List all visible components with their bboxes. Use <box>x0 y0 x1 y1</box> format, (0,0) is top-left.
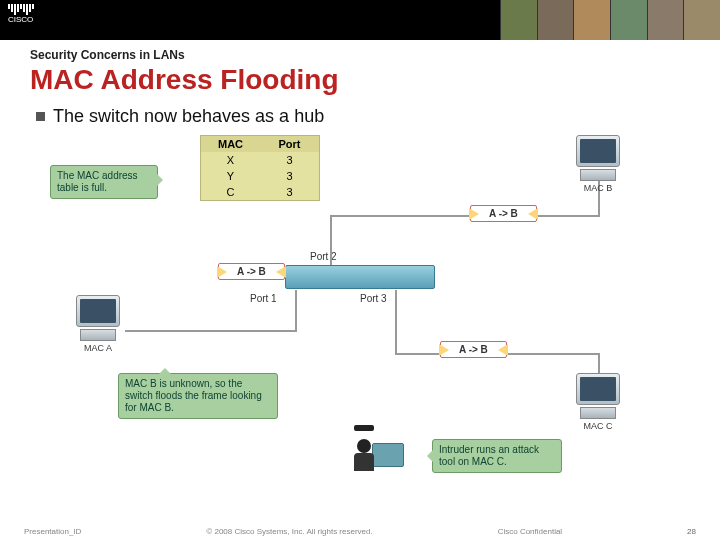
mac-address-table: MAC Port X 3 Y 3 C 3 <box>200 135 320 201</box>
table-header-port: Port <box>260 136 319 152</box>
table-row: Y 3 <box>201 168 319 184</box>
wire <box>598 353 600 375</box>
switch-icon <box>285 265 435 289</box>
host-a-label: MAC A <box>70 343 126 353</box>
network-diagram: MAC Port X 3 Y 3 C 3 The MAC address tab… <box>50 135 670 475</box>
host-b-label: MAC B <box>570 183 626 193</box>
host-c: MAC C <box>570 373 626 431</box>
bullet-icon <box>36 112 45 121</box>
wire <box>295 290 297 330</box>
callout-unknown-mac: MAC B is unknown, so the switch floods t… <box>118 373 278 419</box>
intruder-icon <box>350 425 410 481</box>
table-header-mac: MAC <box>201 136 260 152</box>
wire <box>125 330 297 332</box>
wire <box>330 215 600 217</box>
top-banner: CISCO <box>0 0 720 40</box>
wire <box>330 215 332 265</box>
footer-right: Cisco Confidential <box>498 527 562 536</box>
cisco-logo: CISCO <box>0 0 42 28</box>
bullet-text: The switch now behaves as a hub <box>53 106 324 127</box>
callout-intruder: Intruder runs an attack tool on MAC C. <box>432 439 562 473</box>
table-row: C 3 <box>201 184 319 200</box>
table-row: X 3 <box>201 152 319 168</box>
frame-label: A -> B <box>470 205 537 222</box>
slide-title: MAC Address Flooding <box>30 64 690 96</box>
host-c-label: MAC C <box>570 421 626 431</box>
host-b: MAC B <box>570 135 626 193</box>
page-number: 28 <box>687 527 696 536</box>
frame-label: A -> B <box>218 263 285 280</box>
port-label-3: Port 3 <box>360 293 387 304</box>
people-photo-strip <box>500 0 720 40</box>
port-label-2: Port 2 <box>310 251 337 262</box>
slide-subtitle: Security Concerns in LANs <box>30 48 690 62</box>
cisco-wordmark: CISCO <box>8 16 34 24</box>
slide-heading-block: Security Concerns in LANs MAC Address Fl… <box>0 40 720 96</box>
host-a: MAC A <box>70 295 126 353</box>
footer-center: © 2008 Cisco Systems, Inc. All rights re… <box>206 527 372 536</box>
frame-label: A -> B <box>440 341 507 358</box>
footer-left: Presentation_ID <box>24 527 81 536</box>
wire <box>395 290 397 355</box>
callout-table-full: The MAC address table is full. <box>50 165 158 199</box>
bullet-point: The switch now behaves as a hub <box>36 106 720 127</box>
slide-footer: Presentation_ID © 2008 Cisco Systems, In… <box>0 527 720 536</box>
port-label-1: Port 1 <box>250 293 277 304</box>
